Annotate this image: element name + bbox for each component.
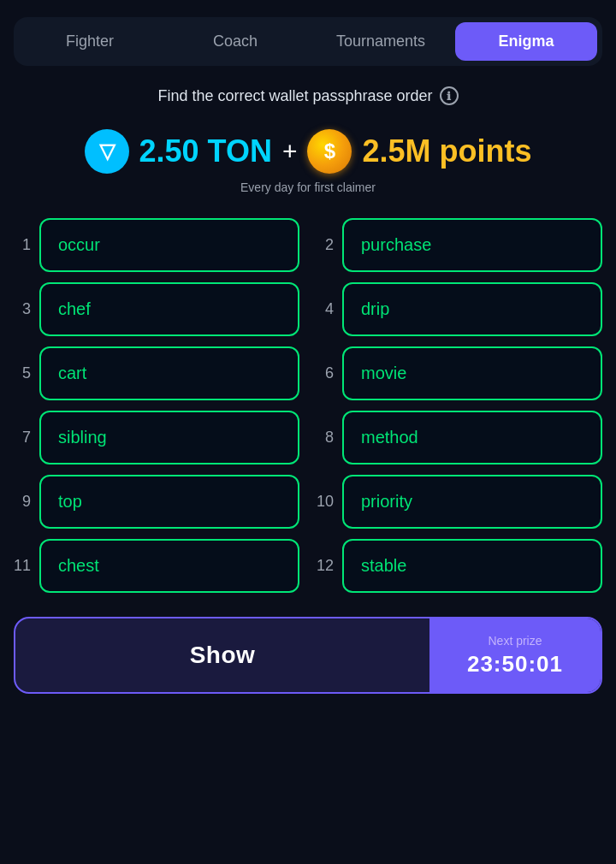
page-header: Find the correct wallet passphrase order…: [157, 86, 458, 105]
word-number: 8: [317, 429, 334, 447]
tab-coach[interactable]: Coach: [164, 22, 306, 61]
action-area: Show Next prize 23:50:01: [14, 617, 602, 694]
show-button[interactable]: Show: [15, 618, 429, 692]
word-row: 12 stable: [317, 539, 602, 593]
plus-sign: +: [282, 137, 298, 166]
coin-icon: $: [307, 129, 352, 174]
reward-subtitle: Every day for first claimer: [240, 180, 376, 194]
word-box[interactable]: chef: [39, 282, 299, 336]
word-number: 1: [14, 236, 31, 254]
word-box[interactable]: occur: [39, 218, 299, 272]
word-box[interactable]: chest: [39, 539, 299, 593]
word-row: 3 chef: [14, 282, 299, 336]
reward-row: ▽ 2.50 TON + $ 2.5M points: [85, 129, 532, 174]
word-box[interactable]: priority: [342, 475, 602, 529]
word-row: 11 chest: [14, 539, 299, 593]
word-number: 10: [317, 493, 334, 511]
word-box[interactable]: movie: [342, 346, 602, 400]
ton-icon: ▽: [85, 129, 129, 174]
word-grid: 1 occur 2 purchase 3 chef 4 drip 5 cart …: [14, 218, 602, 593]
word-row: 10 priority: [317, 475, 602, 529]
next-prize-timer: 23:50:01: [467, 651, 563, 678]
word-box[interactable]: stable: [342, 539, 602, 593]
word-row: 6 movie: [317, 346, 602, 400]
word-box[interactable]: top: [39, 475, 299, 529]
tab-fighter[interactable]: Fighter: [19, 22, 161, 61]
next-prize-panel: Next prize 23:50:01: [429, 618, 601, 692]
word-row: 8 method: [317, 411, 602, 465]
word-number: 2: [317, 236, 334, 254]
word-box[interactable]: method: [342, 411, 602, 465]
tab-tournaments[interactable]: Tournaments: [310, 22, 452, 61]
header-title: Find the correct wallet passphrase order: [157, 87, 432, 105]
word-row: 7 sibling: [14, 411, 299, 465]
word-number: 3: [14, 300, 31, 318]
word-row: 9 top: [14, 475, 299, 529]
word-row: 1 occur: [14, 218, 299, 272]
word-row: 5 cart: [14, 346, 299, 400]
word-number: 9: [14, 493, 31, 511]
info-icon[interactable]: ℹ: [440, 86, 459, 105]
word-number: 12: [317, 557, 334, 575]
ton-amount: 2.50 TON: [139, 133, 272, 169]
tab-bar: Fighter Coach Tournaments Enigma: [14, 17, 602, 66]
word-number: 5: [14, 364, 31, 382]
word-number: 7: [14, 429, 31, 447]
word-number: 4: [317, 300, 334, 318]
next-prize-label: Next prize: [488, 634, 542, 648]
word-number: 11: [14, 557, 31, 575]
word-box[interactable]: sibling: [39, 411, 299, 465]
word-box[interactable]: drip: [342, 282, 602, 336]
word-row: 2 purchase: [317, 218, 602, 272]
word-box[interactable]: cart: [39, 346, 299, 400]
points-amount: 2.5M points: [362, 133, 531, 169]
tab-enigma[interactable]: Enigma: [455, 22, 597, 61]
word-number: 6: [317, 364, 334, 382]
word-box[interactable]: purchase: [342, 218, 602, 272]
word-row: 4 drip: [317, 282, 602, 336]
